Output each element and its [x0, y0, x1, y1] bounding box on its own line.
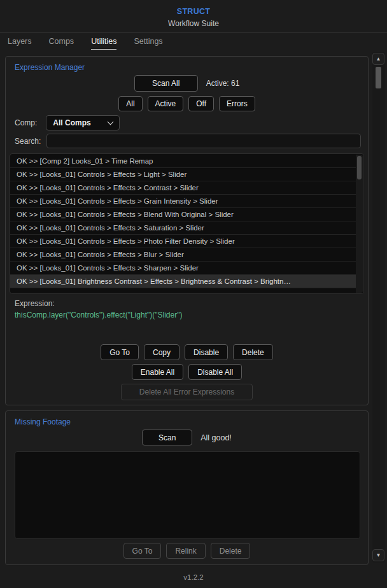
scan-row: Scan All Active: 61 — [6, 75, 368, 92]
footage-goto-button[interactable]: Go To — [123, 543, 162, 559]
missing-footage-scan-row: Scan All good! — [6, 430, 368, 445]
list-item-selected[interactable]: OK >> [Looks_01] Brightness Contrast > E… — [10, 275, 356, 288]
scroll-down-icon[interactable]: ▼ — [372, 549, 384, 561]
list-item[interactable]: OK >> [Looks_01] Controls > Effects > Ph… — [10, 235, 356, 248]
expression-value: thisComp.layer("Controls").effect("Light… — [15, 311, 182, 319]
expression-actions-row1: Go To Copy Disable Delete — [6, 344, 368, 360]
filter-row: All Active Off Errors — [6, 96, 368, 111]
filter-off-button[interactable]: Off — [188, 96, 214, 111]
missing-footage-actions: Go To Relink Delete — [6, 543, 368, 559]
tab-comps[interactable]: Comps — [49, 37, 74, 50]
expression-actions-row3: Delete All Error Expressions — [6, 384, 368, 400]
missing-footage-title: Missing Footage — [15, 417, 71, 426]
struct-panel: STRUCT Workflow Suite Layers Comps Utili… — [0, 0, 387, 588]
filter-errors-button[interactable]: Errors — [219, 96, 255, 111]
missing-footage-list — [15, 451, 360, 539]
app-title: STRUCT — [0, 7, 387, 16]
footage-relink-button[interactable]: Relink — [166, 543, 205, 559]
comp-select-value: All Comps — [53, 118, 90, 127]
search-row: Search: — [15, 134, 361, 148]
goto-button[interactable]: Go To — [101, 344, 139, 360]
tab-layers[interactable]: Layers — [8, 37, 32, 50]
tab-utilities[interactable]: Utilities — [91, 37, 116, 50]
list-item[interactable]: OK >> [Comp 2] Looks_01 > Time Remap — [10, 155, 356, 168]
expression-manager-panel: Expression Manager Scan All Active: 61 A… — [5, 56, 369, 405]
tab-settings[interactable]: Settings — [134, 37, 162, 50]
list-item[interactable]: OK >> [Looks_01] Brightness Contrast > E… — [10, 288, 356, 292]
list-item[interactable]: OK >> [Looks_01] Controls > Effects > Li… — [10, 168, 356, 181]
comp-row: Comp: All Comps — [15, 115, 120, 130]
comp-select[interactable]: All Comps — [46, 115, 120, 130]
list-item[interactable]: OK >> [Looks_01] Controls > Effects > Co… — [10, 181, 356, 195]
search-label: Search: — [15, 137, 41, 146]
footage-status-label: All good! — [201, 433, 232, 442]
footage-delete-button[interactable]: Delete — [211, 543, 251, 559]
disable-button[interactable]: Disable — [185, 344, 228, 360]
version-label: v1.2.2 — [0, 573, 387, 581]
filter-all-button[interactable]: All — [118, 96, 142, 111]
list-item[interactable]: OK >> [Looks_01] Controls > Effects > Gr… — [10, 195, 356, 208]
list-item[interactable]: OK >> [Looks_01] Controls > Effects > Bl… — [10, 208, 356, 221]
tab-bar: Layers Comps Utilities Settings — [8, 37, 163, 50]
copy-button[interactable]: Copy — [144, 344, 179, 360]
header: STRUCT Workflow Suite — [0, 0, 387, 28]
header-divider — [0, 32, 387, 32]
missing-footage-panel: Missing Footage Scan All good! Go To Rel… — [5, 410, 369, 565]
enable-all-button[interactable]: Enable All — [132, 364, 183, 380]
expression-manager-title: Expression Manager — [15, 63, 85, 72]
main-scrollbar[interactable] — [372, 52, 385, 563]
scroll-up-icon[interactable]: ▲ — [372, 53, 384, 65]
expression-list: OK >> [Comp 2] Looks_01 > Time Remap OK … — [10, 153, 364, 294]
list-scrollbar[interactable] — [356, 155, 363, 293]
comp-label: Comp: — [15, 118, 37, 127]
expression-list-rows: OK >> [Comp 2] Looks_01 > Time Remap OK … — [10, 155, 356, 292]
expression-actions-row2: Enable All Disable All — [6, 364, 368, 380]
list-item[interactable]: OK >> [Looks_01] Controls > Effects > Bl… — [10, 248, 356, 262]
delete-button[interactable]: Delete — [233, 344, 273, 360]
scan-all-button[interactable]: Scan All — [134, 75, 198, 92]
app-subtitle: Workflow Suite — [0, 19, 387, 28]
disable-all-button[interactable]: Disable All — [188, 364, 242, 380]
search-input[interactable] — [46, 134, 361, 148]
footage-scan-button[interactable]: Scan — [142, 430, 192, 445]
filter-active-button[interactable]: Active — [148, 96, 184, 111]
expression-label: Expression: — [15, 299, 55, 308]
list-item[interactable]: OK >> [Looks_01] Controls > Effects > Sh… — [10, 262, 356, 275]
main-scrollbar-thumb[interactable] — [376, 67, 381, 88]
active-count-label: Active: 61 — [206, 79, 240, 88]
chevron-down-icon — [108, 118, 114, 125]
delete-all-errors-button[interactable]: Delete All Error Expressions — [121, 384, 253, 400]
list-item[interactable]: OK >> [Looks_01] Controls > Effects > Sa… — [10, 221, 356, 235]
list-scrollbar-thumb[interactable] — [357, 156, 362, 179]
